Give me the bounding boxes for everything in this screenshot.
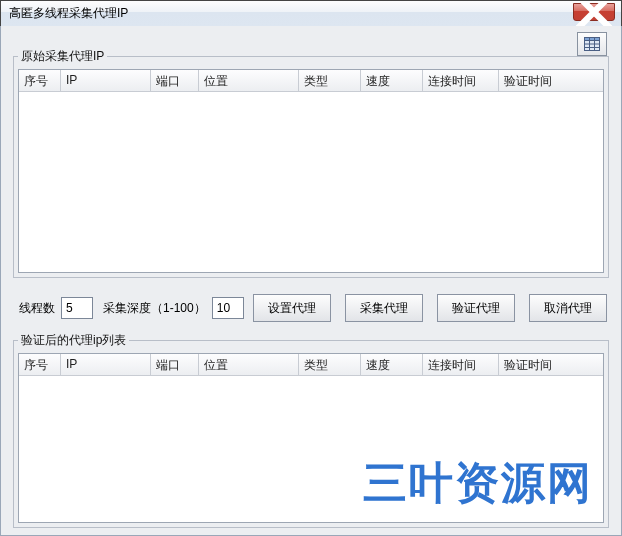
- col-header[interactable]: IP: [61, 70, 151, 91]
- listview-verified-header[interactable]: 序号 IP 端口 位置 类型 速度 连接时间 验证时间: [19, 354, 603, 376]
- group-raw-proxy: 原始采集代理IP 序号 IP 端口 位置 类型 速度 连接时间 验证时间: [13, 48, 609, 278]
- title-bar: 高匿多线程采集代理IP: [1, 1, 621, 27]
- depth-label: 采集深度（1-100）: [103, 300, 206, 317]
- threads-input[interactable]: [61, 297, 93, 319]
- depth-input[interactable]: [212, 297, 244, 319]
- group-raw-proxy-legend: 原始采集代理IP: [18, 48, 107, 65]
- group-verified-proxy-legend: 验证后的代理ip列表: [18, 332, 129, 349]
- client-area: 原始采集代理IP 序号 IP 端口 位置 类型 速度 连接时间 验证时间 线程数…: [0, 26, 622, 536]
- col-header[interactable]: 速度: [361, 354, 423, 375]
- verify-proxy-button[interactable]: 验证代理: [437, 294, 515, 322]
- col-header[interactable]: 类型: [299, 354, 361, 375]
- col-header[interactable]: 连接时间: [423, 70, 499, 91]
- col-header[interactable]: 位置: [199, 70, 299, 91]
- col-header[interactable]: 类型: [299, 70, 361, 91]
- svg-rect-1: [585, 38, 600, 41]
- group-verified-proxy: 验证后的代理ip列表 序号 IP 端口 位置 类型 速度 连接时间 验证时间: [13, 332, 609, 528]
- col-header[interactable]: 端口: [151, 70, 199, 91]
- col-header[interactable]: 端口: [151, 354, 199, 375]
- col-header[interactable]: IP: [61, 354, 151, 375]
- col-header[interactable]: 验证时间: [499, 70, 603, 91]
- col-header[interactable]: 连接时间: [423, 354, 499, 375]
- cancel-proxy-button[interactable]: 取消代理: [529, 294, 607, 322]
- listview-raw-header[interactable]: 序号 IP 端口 位置 类型 速度 连接时间 验证时间: [19, 70, 603, 92]
- listview-verified[interactable]: 序号 IP 端口 位置 类型 速度 连接时间 验证时间: [18, 353, 604, 523]
- listview-raw[interactable]: 序号 IP 端口 位置 类型 速度 连接时间 验证时间: [18, 69, 604, 273]
- listview-raw-body[interactable]: [19, 92, 603, 272]
- listview-verified-body[interactable]: [19, 376, 603, 522]
- controls-row: 线程数 采集深度（1-100） 设置代理 采集代理 验证代理 取消代理: [13, 290, 609, 326]
- col-header[interactable]: 序号: [19, 354, 61, 375]
- col-header[interactable]: 验证时间: [499, 354, 603, 375]
- col-header[interactable]: 位置: [199, 354, 299, 375]
- threads-label: 线程数: [19, 300, 55, 317]
- set-proxy-button[interactable]: 设置代理: [253, 294, 331, 322]
- collect-proxy-button[interactable]: 采集代理: [345, 294, 423, 322]
- col-header[interactable]: 速度: [361, 70, 423, 91]
- col-header[interactable]: 序号: [19, 70, 61, 91]
- close-button[interactable]: [573, 3, 615, 21]
- window-title: 高匿多线程采集代理IP: [9, 5, 128, 22]
